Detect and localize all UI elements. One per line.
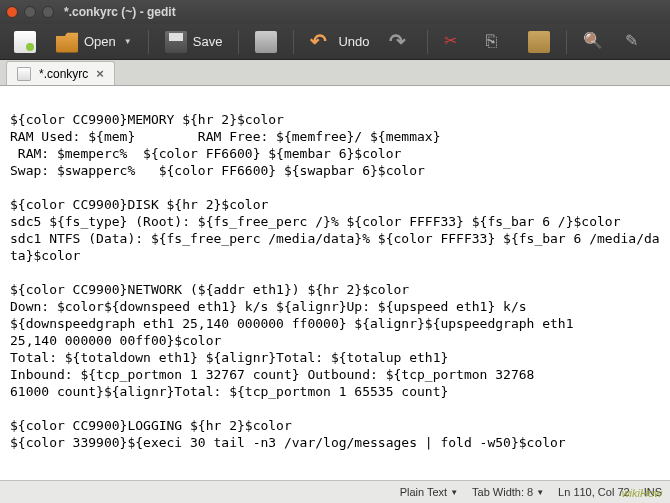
undo-button[interactable]: Undo xyxy=(302,27,377,57)
toolbar-separator xyxy=(427,30,428,54)
undo-label: Undo xyxy=(338,34,369,49)
cursor-position-text: Ln 110, Col 72 xyxy=(558,486,630,498)
paste-icon xyxy=(528,31,550,53)
open-button[interactable]: Open ▼ xyxy=(48,27,140,57)
new-file-icon xyxy=(14,31,36,53)
cursor-position: Ln 110, Col 72 xyxy=(558,486,630,498)
editor-area[interactable]: ${color CC9900}MEMORY ${hr 2}$color RAM … xyxy=(0,86,670,480)
open-label: Open xyxy=(84,34,116,49)
redo-icon xyxy=(389,31,411,53)
replace-icon xyxy=(625,31,647,53)
syntax-mode-selector[interactable]: Plain Text ▼ xyxy=(400,486,458,498)
open-icon xyxy=(56,31,78,53)
find-button[interactable] xyxy=(575,27,613,57)
cut-button[interactable] xyxy=(436,27,474,57)
undo-icon xyxy=(310,31,332,53)
replace-button[interactable] xyxy=(617,27,655,57)
close-tab-icon[interactable]: × xyxy=(96,66,104,81)
paste-button[interactable] xyxy=(520,27,558,57)
status-bar: Plain Text ▼ Tab Width: 8 ▼ Ln 110, Col … xyxy=(0,480,670,503)
syntax-mode-label: Plain Text xyxy=(400,486,448,498)
save-icon xyxy=(165,31,187,53)
maximize-window-button[interactable] xyxy=(42,6,54,18)
save-button[interactable]: Save xyxy=(157,27,231,57)
minimize-window-button[interactable] xyxy=(24,6,36,18)
copy-button[interactable] xyxy=(478,27,516,57)
save-label: Save xyxy=(193,34,223,49)
close-window-button[interactable] xyxy=(6,6,18,18)
print-icon xyxy=(255,31,277,53)
toolbar: Open ▼ Save Undo xyxy=(0,24,670,60)
tab-width-label: Tab Width: xyxy=(472,486,524,498)
toolbar-separator xyxy=(293,30,294,54)
toolbar-separator xyxy=(238,30,239,54)
tab-label: *.conkyrc xyxy=(39,67,88,81)
window-title: *.conkyrc (~) - gedit xyxy=(64,5,176,19)
watermark: wikiHow xyxy=(622,487,662,499)
tab-bar: *.conkyrc × xyxy=(0,60,670,86)
window-titlebar: *.conkyrc (~) - gedit xyxy=(0,0,670,24)
toolbar-separator xyxy=(148,30,149,54)
tab-width-value: 8 xyxy=(527,486,533,498)
tab-conkyrc[interactable]: *.conkyrc × xyxy=(6,61,115,85)
print-button[interactable] xyxy=(247,27,285,57)
redo-button[interactable] xyxy=(381,27,419,57)
file-icon xyxy=(17,67,31,81)
cut-icon xyxy=(444,31,466,53)
open-dropdown-arrow[interactable]: ▼ xyxy=(124,37,132,46)
tab-width-selector[interactable]: Tab Width: 8 ▼ xyxy=(472,486,544,498)
new-file-button[interactable] xyxy=(6,27,44,57)
toolbar-separator xyxy=(566,30,567,54)
window-controls xyxy=(6,6,54,18)
copy-icon xyxy=(486,31,508,53)
find-icon xyxy=(583,31,605,53)
chevron-down-icon: ▼ xyxy=(536,488,544,497)
chevron-down-icon: ▼ xyxy=(450,488,458,497)
